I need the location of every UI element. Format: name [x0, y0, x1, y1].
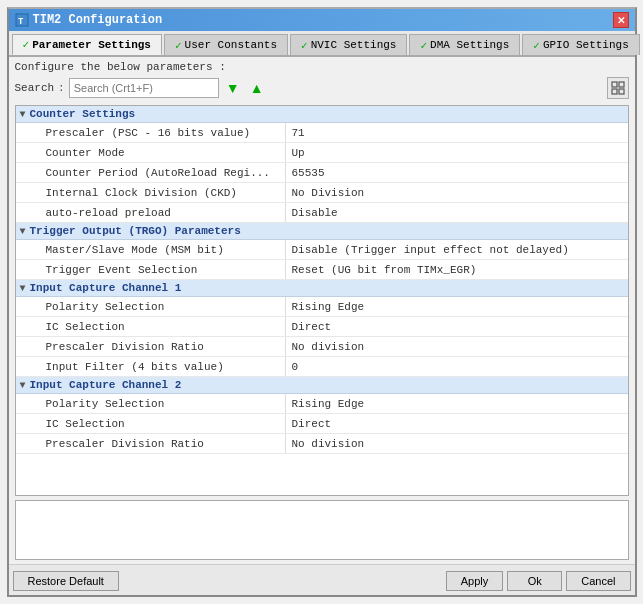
search-input[interactable]: [69, 78, 219, 98]
tab-check-icon: ✓: [533, 39, 540, 52]
param-name: Prescaler Division Ratio: [16, 337, 286, 356]
ok-button[interactable]: Ok: [507, 571, 562, 591]
grid-view-button[interactable]: [607, 77, 629, 99]
search-down-button[interactable]: ▼: [223, 78, 243, 98]
tab-label: DMA Settings: [430, 39, 509, 51]
param-value: Reset (UG bit from TIMx_EGR): [286, 260, 628, 279]
svg-rect-5: [619, 89, 624, 94]
table-row: auto-reload preload Disable: [16, 203, 628, 223]
table-row: Trigger Event Selection Reset (UG bit fr…: [16, 260, 628, 280]
restore-default-button[interactable]: Restore Default: [13, 571, 119, 591]
param-value: 0: [286, 357, 628, 376]
grid-icon: [611, 81, 625, 95]
cancel-button[interactable]: Cancel: [566, 571, 630, 591]
param-value: 71: [286, 123, 628, 142]
params-table: ▼ Counter Settings Prescaler (PSC - 16 b…: [15, 105, 629, 496]
content-area: Configure the below parameters : Search …: [9, 57, 635, 564]
section-title: Input Capture Channel 1: [30, 282, 182, 294]
svg-text:T: T: [18, 17, 24, 27]
section-counter-settings[interactable]: ▼ Counter Settings: [16, 106, 628, 123]
table-row: Prescaler (PSC - 16 bits value) 71: [16, 123, 628, 143]
param-name: Counter Mode: [16, 143, 286, 162]
param-value: Direct: [286, 317, 628, 336]
table-row: Input Filter (4 bits value) 0: [16, 357, 628, 377]
param-name: IC Selection: [16, 414, 286, 433]
tab-nvic-settings[interactable]: ✓ NVIC Settings: [290, 34, 407, 55]
title-bar-left: T TIM2 Configuration: [15, 13, 163, 27]
section-input-capture-2[interactable]: ▼ Input Capture Channel 2: [16, 377, 628, 394]
section-title: Input Capture Channel 2: [30, 379, 182, 391]
main-window: T TIM2 Configuration ✕ ✓ Parameter Setti…: [7, 7, 637, 597]
tab-user-constants[interactable]: ✓ User Constants: [164, 34, 288, 55]
param-value: No division: [286, 434, 628, 453]
window-icon: T: [15, 13, 29, 27]
bottom-buttons: Restore Default Apply Ok Cancel: [9, 564, 635, 595]
param-value: Disable: [286, 203, 628, 222]
tab-check-icon: ✓: [301, 39, 308, 52]
table-row: IC Selection Direct: [16, 317, 628, 337]
tab-check-icon: ✓: [175, 39, 182, 52]
search-up-button[interactable]: ▲: [247, 78, 267, 98]
title-bar: T TIM2 Configuration ✕: [9, 9, 635, 31]
section-trigger-output[interactable]: ▼ Trigger Output (TRGO) Parameters: [16, 223, 628, 240]
table-row: Counter Period (AutoReload Regi... 65535: [16, 163, 628, 183]
param-name: Prescaler Division Ratio: [16, 434, 286, 453]
param-value: Direct: [286, 414, 628, 433]
collapse-icon: ▼: [20, 380, 26, 391]
collapse-icon: ▼: [20, 283, 26, 294]
table-row: Counter Mode Up: [16, 143, 628, 163]
collapse-icon: ▼: [20, 109, 26, 120]
param-name: Master/Slave Mode (MSM bit): [16, 240, 286, 259]
param-value: Rising Edge: [286, 297, 628, 316]
table-row: Internal Clock Division (CKD) No Divisio…: [16, 183, 628, 203]
param-name: auto-reload preload: [16, 203, 286, 222]
apply-button[interactable]: Apply: [446, 571, 504, 591]
tab-label: Parameter Settings: [32, 39, 151, 51]
param-name: IC Selection: [16, 317, 286, 336]
table-row: Prescaler Division Ratio No division: [16, 434, 628, 454]
param-name: Polarity Selection: [16, 394, 286, 413]
param-value: No division: [286, 337, 628, 356]
param-value: 65535: [286, 163, 628, 182]
table-row: Master/Slave Mode (MSM bit) Disable (Tri…: [16, 240, 628, 260]
param-name: Polarity Selection: [16, 297, 286, 316]
tab-label: User Constants: [185, 39, 277, 51]
table-row: Polarity Selection Rising Edge: [16, 297, 628, 317]
tab-check-icon: ✓: [23, 38, 30, 51]
param-name: Prescaler (PSC - 16 bits value): [16, 123, 286, 142]
bottom-right-buttons: Apply Ok Cancel: [446, 571, 631, 591]
preview-area: [15, 500, 629, 560]
svg-rect-2: [612, 82, 617, 87]
table-row: IC Selection Direct: [16, 414, 628, 434]
param-name: Counter Period (AutoReload Regi...: [16, 163, 286, 182]
param-name: Input Filter (4 bits value): [16, 357, 286, 376]
param-value: Up: [286, 143, 628, 162]
param-value: No Division: [286, 183, 628, 202]
param-name: Internal Clock Division (CKD): [16, 183, 286, 202]
tab-dma-settings[interactable]: ✓ DMA Settings: [409, 34, 520, 55]
section-input-capture-1[interactable]: ▼ Input Capture Channel 1: [16, 280, 628, 297]
tabs-row: ✓ Parameter Settings ✓ User Constants ✓ …: [9, 31, 635, 57]
collapse-icon: ▼: [20, 226, 26, 237]
search-row: Search : ▼ ▲: [15, 77, 629, 99]
param-name: Trigger Event Selection: [16, 260, 286, 279]
param-value: Rising Edge: [286, 394, 628, 413]
window-title: TIM2 Configuration: [33, 13, 163, 27]
tab-parameter-settings[interactable]: ✓ Parameter Settings: [12, 34, 162, 55]
search-label: Search: [15, 82, 55, 94]
table-row: Polarity Selection Rising Edge: [16, 394, 628, 414]
section-title: Trigger Output (TRGO) Parameters: [30, 225, 241, 237]
config-label: Configure the below parameters :: [15, 61, 629, 73]
tab-label: GPIO Settings: [543, 39, 629, 51]
table-row: Prescaler Division Ratio No division: [16, 337, 628, 357]
svg-rect-3: [619, 82, 624, 87]
search-colon: :: [58, 82, 65, 94]
tab-check-icon: ✓: [420, 39, 427, 52]
tab-label: NVIC Settings: [311, 39, 397, 51]
tab-gpio-settings[interactable]: ✓ GPIO Settings: [522, 34, 639, 55]
close-button[interactable]: ✕: [613, 12, 629, 28]
section-title: Counter Settings: [30, 108, 136, 120]
svg-rect-4: [612, 89, 617, 94]
param-value: Disable (Trigger input effect not delaye…: [286, 240, 628, 259]
